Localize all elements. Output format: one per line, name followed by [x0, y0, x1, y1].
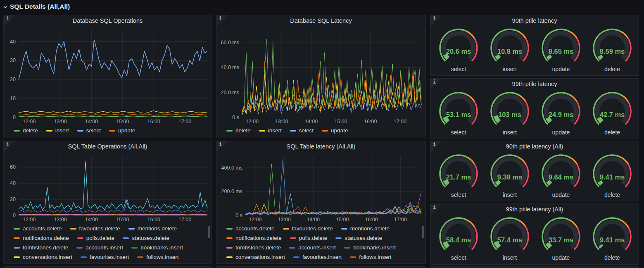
legend-item[interactable]: bookmarks.insert — [131, 244, 183, 251]
gauge: 9.64 msupdate — [535, 152, 587, 201]
legend-item[interactable]: follows.insert — [350, 253, 391, 261]
gauge: 42.7 msdelete — [587, 89, 638, 139]
legend-scrollbar[interactable] — [422, 226, 424, 238]
legend-label: tombstones.delete — [235, 244, 281, 251]
legend-item[interactable]: select — [77, 127, 101, 134]
legend-swatch — [14, 256, 20, 258]
legend-label: update — [118, 127, 135, 134]
gauge-value: 21.7 ms — [446, 173, 471, 181]
legend-item[interactable]: accounts.delete — [226, 225, 275, 232]
legend-label: insert — [55, 127, 69, 134]
gauge: 57.4 msinsert — [484, 215, 535, 264]
legend-item[interactable]: insert — [46, 127, 69, 134]
legend-label: select — [299, 127, 314, 134]
legend-item[interactable]: follows.insert — [137, 253, 178, 261]
legend-label: accounts.delete — [235, 225, 275, 232]
svg-text:17:00: 17:00 — [178, 119, 191, 124]
chart-canvas[interactable]: 12:0013:0014:0015:0016:0017:000 s200.0 m… — [216, 152, 425, 223]
panel-title[interactable]: 99th ptile latency (All) — [430, 204, 639, 215]
legend-item[interactable]: select — [290, 127, 314, 134]
row-header-sql-details[interactable]: SQL Details (All,All) — [3, 2, 70, 11]
legend-item[interactable]: mentions.delete — [341, 225, 390, 232]
legend-swatch — [350, 256, 356, 258]
legend-swatch — [137, 256, 143, 258]
legend-item[interactable]: polls.delete — [290, 234, 327, 242]
gauge-label: delete — [587, 129, 638, 136]
panel-info-icon[interactable]: i — [430, 15, 442, 26]
chart-canvas[interactable]: 12:0013:0014:0015:0016:0017:00010203040 — [4, 26, 211, 125]
legend-item[interactable]: delete — [226, 127, 251, 134]
gauge: 103 msinsert — [484, 89, 535, 139]
legend-item[interactable]: polls.delete — [77, 234, 114, 242]
legend-item[interactable]: insert — [259, 127, 282, 134]
gauge-row: 53.1 msselect103 msinsert24.9 msupdate42… — [430, 89, 639, 139]
legend-item[interactable]: favourites.insert — [81, 253, 129, 261]
svg-text:16:00: 16:00 — [364, 119, 377, 124]
legend-item[interactable]: mentions.delete — [128, 225, 177, 232]
legend-swatch — [14, 130, 20, 132]
svg-text:12:00: 12:00 — [23, 217, 36, 223]
panel-info-icon[interactable]: i — [430, 204, 442, 215]
panel-90th-ptile-latency-all: i 90th ptile latency (All) 21.7 msselect… — [430, 141, 639, 201]
legend-swatch — [128, 228, 135, 230]
legend-item[interactable]: update — [109, 127, 135, 134]
legend-label: delete — [235, 127, 251, 134]
panel-info-icon[interactable]: i — [430, 141, 442, 152]
legend-label: favourites.delete — [292, 225, 333, 232]
legend-item[interactable]: conversations.insert — [14, 253, 72, 261]
legend-item[interactable]: tombstones.delete — [14, 244, 68, 251]
gauge-value: 8.59 ms — [600, 48, 625, 55]
legend-item[interactable]: bookmarks.insert — [344, 244, 396, 251]
legend-item[interactable]: accounts.insert — [289, 244, 336, 251]
svg-text:13:00: 13:00 — [278, 217, 291, 223]
legend-item[interactable]: favourites.delete — [283, 225, 333, 232]
gauge: 10.8 msinsert — [484, 26, 535, 75]
chevron-down-icon — [3, 5, 8, 10]
legend-item[interactable]: conversations.insert — [226, 253, 285, 261]
legend-swatch — [290, 130, 296, 132]
legend-scrollbar[interactable] — [208, 226, 210, 238]
gauge-value: 58.4 ms — [446, 236, 471, 244]
gauge-value: 9.64 ms — [549, 173, 574, 181]
legend-label: mentions.delete — [138, 225, 177, 232]
gauge: 33.7 msupdate — [535, 215, 587, 264]
svg-text:60: 60 — [10, 164, 16, 170]
gauge-label: update — [535, 129, 587, 136]
legend-swatch — [81, 256, 87, 258]
panel-info-icon[interactable]: i — [4, 15, 15, 26]
legend-item[interactable]: statuses.delete — [123, 234, 169, 242]
panel-info-icon[interactable]: i — [216, 15, 228, 26]
panel-title[interactable]: 90th ptile latency — [430, 15, 639, 26]
legend-swatch — [226, 237, 233, 239]
legend-item[interactable]: notifications.delete — [226, 234, 282, 242]
svg-text:0: 0 — [13, 115, 16, 120]
gauge-label: delete — [587, 254, 638, 261]
svg-text:14:00: 14:00 — [85, 217, 98, 223]
gauge-label: select — [433, 191, 484, 198]
legend-item[interactable]: accounts.insert — [76, 244, 123, 251]
legend-label: delete — [23, 127, 38, 134]
panel-info-icon[interactable]: i — [216, 141, 228, 152]
panel-title[interactable]: SQL Table Operations (All,All) — [4, 141, 211, 152]
legend-swatch — [289, 247, 295, 249]
chart-canvas[interactable]: 12:0013:0014:0015:0016:0017:000 s20.0 ms… — [216, 26, 425, 125]
chart-canvas[interactable]: 12:0013:0014:0015:0016:0017:000204060 — [4, 152, 211, 223]
gauge-label: select — [433, 66, 484, 72]
legend-item[interactable]: tombstones.delete — [226, 244, 281, 251]
panel-title[interactable]: Database SQL Latency — [216, 15, 425, 26]
legend-item[interactable]: statuses.delete — [335, 234, 382, 242]
panel-title[interactable]: Database SQL Operations — [4, 15, 211, 26]
gauge-row: 21.7 msselect9.38 msinsert9.64 msupdate9… — [430, 152, 639, 201]
panel-info-icon[interactable]: i — [430, 79, 442, 90]
legend-item[interactable]: update — [322, 127, 348, 134]
panel-title[interactable]: SQL Table latency (All,All) — [216, 141, 425, 152]
panel-title[interactable]: 90th ptile latency (All) — [430, 141, 639, 152]
legend-item[interactable]: favourites.delete — [70, 225, 120, 232]
legend-item[interactable]: delete — [14, 127, 38, 134]
panel-title[interactable]: 99th ptile latency — [430, 79, 639, 89]
svg-text:17:00: 17:00 — [178, 217, 191, 223]
panel-info-icon[interactable]: i — [4, 141, 15, 152]
legend-item[interactable]: favourites.insert — [293, 253, 342, 261]
legend-item[interactable]: accounts.delete — [14, 225, 62, 232]
legend-item[interactable]: notifications.delete — [14, 234, 69, 242]
